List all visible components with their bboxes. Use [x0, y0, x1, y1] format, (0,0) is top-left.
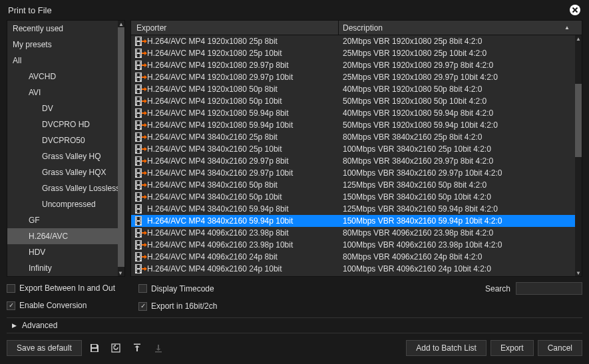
- svg-rect-10: [140, 42, 141, 43]
- svg-rect-93: [136, 121, 136, 122]
- column-exporter[interactable]: Exporter: [131, 21, 339, 35]
- svg-rect-72: [140, 97, 141, 98]
- svg-rect-41: [136, 73, 136, 74]
- category-item[interactable]: DV: [7, 100, 124, 116]
- svg-rect-148: [136, 174, 136, 174]
- category-item[interactable]: Grass Valley HQ: [7, 148, 124, 164]
- preset-row[interactable]: H.264/AVC MP4 4096x2160 23.98p 8bit80Mbp…: [131, 227, 582, 239]
- svg-rect-12: [137, 37, 140, 41]
- save-default-button[interactable]: Save as default: [7, 340, 82, 356]
- preset-exporter-name: H.264/AVC MP4 1920x1080 25p 10bit: [146, 49, 339, 58]
- svg-rect-151: [140, 170, 141, 171]
- category-item[interactable]: Grass Valley Lossless: [7, 180, 124, 196]
- svg-rect-37: [140, 67, 141, 68]
- column-description[interactable]: Description ▲: [339, 21, 582, 35]
- preset-row[interactable]: H.264/AVC MP4 3840x2160 29.97p 10bit100M…: [131, 167, 582, 179]
- svg-rect-35: [140, 65, 141, 65]
- preset-row[interactable]: H.264/AVC MP4 4096x2160 23.98p 10bit100M…: [131, 239, 582, 251]
- svg-rect-171: [136, 193, 136, 194]
- svg-rect-201: [136, 223, 136, 224]
- enable-conversion-checkbox[interactable]: [7, 301, 15, 310]
- film-icon: [131, 216, 146, 226]
- preset-row[interactable]: H.264/AVC MP4 1920x1080 29.97p 8bit20Mbp…: [131, 59, 582, 71]
- category-item[interactable]: AVCHD: [7, 69, 124, 85]
- film-icon: [131, 61, 146, 70]
- preset-row[interactable]: H.264/AVC MP4 1920x1080 25p 8bit20Mbps V…: [131, 35, 582, 47]
- svg-rect-136: [136, 163, 136, 164]
- film-icon: [131, 252, 146, 262]
- category-item[interactable]: AVI: [7, 85, 124, 100]
- advanced-toggle[interactable]: ▶ Advanced: [7, 317, 582, 333]
- svg-rect-122: [136, 150, 136, 150]
- category-item[interactable]: DVCPRO HD: [7, 116, 124, 132]
- preset-row[interactable]: H.264/AVC MP4 3840x2160 25p 10bit100Mbps…: [131, 143, 582, 155]
- preset-row[interactable]: H.264/AVC MP4 3840x2160 59.94p 10bit150M…: [131, 215, 582, 227]
- preset-row[interactable]: H.264/AVC MP4 1920x1080 25p 10bit25Mbps …: [131, 47, 582, 59]
- svg-rect-21: [140, 51, 141, 51]
- svg-rect-253: [136, 271, 136, 272]
- save-icon-button[interactable]: [86, 340, 103, 356]
- preset-row[interactable]: H.264/AVC MP4 1920x1080 50p 8bit40Mbps V…: [131, 83, 582, 95]
- preset-row[interactable]: H.264/AVC MP4 3840x2160 29.97p 8bit80Mbp…: [131, 155, 582, 167]
- svg-rect-112: [140, 134, 141, 135]
- import-icon-button[interactable]: [128, 340, 146, 356]
- category-item[interactable]: Infinity: [7, 260, 124, 276]
- cancel-button[interactable]: Cancel: [538, 340, 582, 356]
- svg-rect-241: [140, 253, 141, 254]
- preset-row[interactable]: H.264/AVC MP4 1920x1080 50p 10bit50Mbps …: [131, 95, 582, 107]
- category-scrollbar[interactable]: ▲ ▼: [118, 21, 124, 276]
- svg-rect-98: [140, 121, 141, 122]
- film-icon: [131, 228, 146, 238]
- svg-rect-89: [140, 115, 141, 116]
- preset-row[interactable]: H.264/AVC MP4 3840x2160 50p 8bit125Mbps …: [131, 179, 582, 191]
- preset-row[interactable]: H.264/AVC MP4 4096x2160 24p 10bit100Mbps…: [131, 263, 582, 275]
- category-item[interactable]: Uncompressed: [7, 196, 124, 212]
- preset-row[interactable]: H.264/AVC MP4 1920x1080 59.94p 10bit50Mb…: [131, 119, 582, 131]
- film-icon: [131, 73, 146, 82]
- svg-rect-57: [136, 90, 136, 91]
- preset-scrollbar[interactable]: ▲ ▼: [575, 35, 582, 276]
- svg-rect-29: [136, 63, 136, 63]
- film-icon: [131, 168, 146, 178]
- preset-row[interactable]: H.264/AVC MP4 1920x1080 59.94p 8bit40Mbp…: [131, 107, 582, 119]
- svg-rect-31: [136, 66, 136, 67]
- category-item[interactable]: DVCPRO50: [7, 132, 124, 148]
- search-input[interactable]: [516, 282, 582, 295]
- preset-row[interactable]: H.264/AVC MP4 4096x2160 24p 8bit80Mbps V…: [131, 251, 582, 263]
- category-item[interactable]: H.264/AVC: [7, 228, 124, 244]
- category-item[interactable]: My presets: [7, 37, 124, 53]
- export-between-checkbox[interactable]: [7, 284, 15, 293]
- category-item[interactable]: Recently used: [7, 21, 124, 37]
- export-16bit-checkbox[interactable]: [138, 302, 147, 311]
- category-item[interactable]: HDV: [7, 244, 124, 260]
- category-item[interactable]: All: [7, 53, 124, 69]
- svg-rect-211: [136, 230, 136, 231]
- preset-row[interactable]: H.264/AVC MP4 3840x2160 59.94p 8bit125Mb…: [131, 203, 582, 215]
- preset-row[interactable]: H.264/AVC MP4 1920x1080 29.97p 10bit25Mb…: [131, 71, 582, 83]
- film-icon: [131, 108, 146, 118]
- preset-row[interactable]: H.264/AVC MP4 3840x2160 25p 8bit80Mbps V…: [131, 131, 582, 143]
- svg-rect-25: [137, 49, 140, 53]
- svg-rect-33: [140, 61, 141, 62]
- svg-rect-63: [140, 91, 141, 92]
- add-batch-button[interactable]: Add to Batch List: [406, 340, 487, 356]
- category-item[interactable]: GF: [7, 212, 124, 228]
- svg-rect-246: [137, 253, 140, 256]
- display-timecode-checkbox[interactable]: [138, 284, 147, 293]
- export-button[interactable]: Export: [491, 340, 534, 356]
- svg-rect-43: [136, 77, 136, 77]
- category-panel: Recently usedMy presetsAllAVCHDAVIDVDVCP…: [7, 20, 125, 277]
- svg-rect-45: [136, 79, 136, 80]
- refresh-icon-button[interactable]: [107, 340, 124, 356]
- preset-row[interactable]: H.264/AVC MP4 3840x2160 50p 10bit150Mbps…: [131, 191, 582, 203]
- preset-exporter-name: H.264/AVC MP4 3840x2160 50p 10bit: [146, 192, 339, 202]
- svg-rect-134: [136, 160, 136, 161]
- svg-rect-65: [137, 90, 140, 93]
- svg-rect-34: [140, 63, 141, 63]
- preset-description: 25Mbps VBR 1920x1080 29.97p 10bit 4:2:0: [339, 73, 582, 82]
- category-item[interactable]: Grass Valley HQX: [7, 164, 124, 180]
- svg-rect-42: [136, 75, 136, 75]
- preset-exporter-name: H.264/AVC MP4 3840x2160 50p 8bit: [146, 180, 339, 190]
- close-button[interactable]: [569, 4, 581, 16]
- svg-rect-28: [136, 61, 136, 62]
